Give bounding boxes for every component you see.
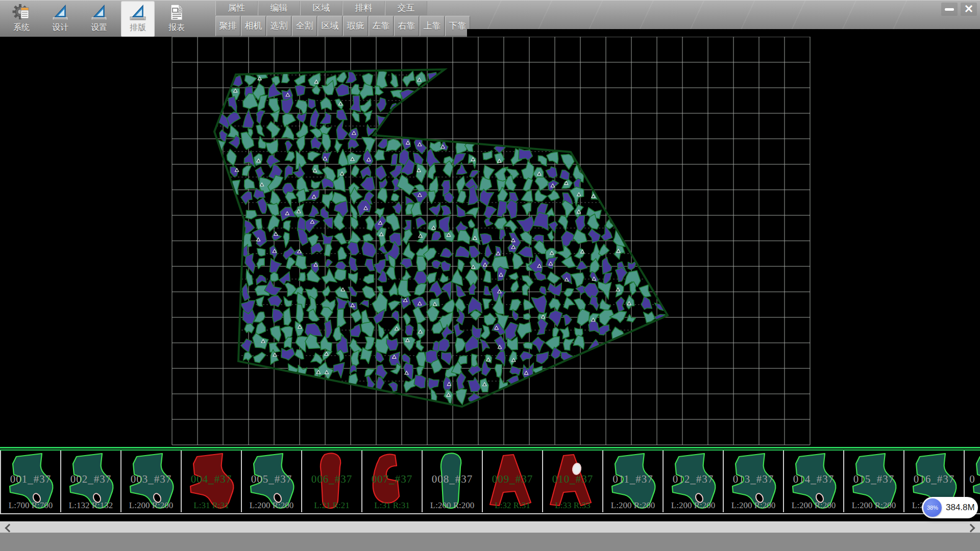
close-button[interactable]: ✕ [961, 3, 977, 16]
piece-id-label: 001_#37 [1, 473, 60, 486]
piece-lr-label: L:200 R:200 [844, 500, 903, 511]
progress-percent: 38% [927, 505, 938, 511]
piece-thumbnail-7[interactable]: 007_#37 L:31 R:31 [362, 450, 423, 512]
menu-item-4[interactable]: 排料 [342, 1, 385, 15]
menu-bar: 属性编辑区域排料交互 [215, 1, 427, 15]
piece-id-label: 003_#37 [121, 473, 181, 486]
strip-divider-line [0, 447, 980, 448]
nav-tab-1[interactable]: 系统 [5, 1, 38, 37]
nav-tab-label: 排版 [130, 22, 146, 33]
piece-id-label: 016_#37 [904, 473, 964, 486]
nested-pieces [216, 69, 665, 406]
scroll-left-icon[interactable] [5, 524, 14, 533]
tool-button-9[interactable]: 上靠 [420, 16, 445, 36]
menu-item-3[interactable]: 区域 [300, 1, 342, 15]
piece-id-label: 007_#37 [362, 473, 422, 486]
piece-lr-label: L:200 R:200 [121, 500, 181, 511]
piece-lr-label: L:32 R:31 [483, 500, 542, 511]
status-pill: 38% 384.8M [922, 497, 978, 518]
piece-id-label: 011_#37 [603, 473, 663, 486]
window-controls: ✕ [941, 3, 977, 16]
piece-id-label: 004_#37 [182, 473, 241, 486]
piece-thumbnail-11[interactable]: 011_#37 L:200 R:200 [603, 450, 664, 512]
nav-tab-label: 设计 [52, 22, 68, 33]
nesting-app-window: 系统 设计 设置 排版 报表 属性编辑区域排料交互 聚排相机选割全割区域瑕疵左靠… [0, 0, 980, 551]
tool-button-3[interactable]: 选割 [266, 16, 291, 36]
piece-thumbnail-4[interactable]: 004_#37 L:31 R:31 [182, 450, 242, 512]
set-square-icon [129, 3, 147, 21]
nav-tab-4[interactable]: 排版 [121, 1, 155, 37]
pieces-strip: 001_#37 L:700 R:700 002_#37 L:132 R:132 … [0, 447, 980, 514]
scroll-right-icon[interactable] [967, 524, 975, 533]
piece-thumbnail-9[interactable]: 009_#37 L:32 R:31 [483, 450, 543, 512]
piece-thumbnail-5[interactable]: 005_#37 L:200 R:200 [242, 450, 302, 512]
piece-lr-label: L:200 R:200 [784, 500, 843, 511]
nav-tab-label: 系统 [13, 22, 30, 33]
nav-tab-3[interactable]: 设置 [82, 1, 116, 37]
piece-thumbnail-3[interactable]: 003_#37 L:200 R:200 [121, 450, 182, 512]
tool-button-2[interactable]: 相机 [241, 16, 266, 36]
piece-lr-label: L:200 R:200 [724, 500, 783, 511]
report-icon [167, 3, 186, 21]
piece-lr-label: L:31 R:31 [362, 500, 422, 511]
tool-button-7[interactable]: 左靠 [369, 16, 394, 36]
piece-thumbnail-13[interactable]: 013_#37 L:200 R:200 [724, 450, 784, 512]
tool-button-1[interactable]: 聚排 [215, 16, 240, 36]
piece-id-label: 014_#37 [784, 473, 843, 486]
piece-thumbnail-12[interactable]: 012_#37 L:200 R:200 [664, 450, 724, 512]
piece-thumbnail-14[interactable]: 014_#37 L:200 R:200 [784, 450, 844, 512]
piece-id-label: 008_#37 [423, 473, 482, 486]
memory-value: 384.8M [946, 503, 975, 513]
piece-thumbnail-2[interactable]: 002_#37 L:132 R:132 [61, 450, 121, 512]
piece-id-label: 006_#37 [302, 473, 361, 486]
nav-tab-label: 设置 [91, 22, 107, 33]
tool-button-5[interactable]: 区域 [317, 16, 342, 36]
piece-lr-label: L:31 R:31 [182, 500, 241, 511]
menu-item-1[interactable]: 属性 [215, 1, 258, 15]
piece-id-label: 005_#37 [242, 473, 301, 486]
piece-id-label: 0 [965, 473, 980, 486]
tool-button-10[interactable]: 下靠 [445, 16, 470, 36]
menu-item-5[interactable]: 交互 [385, 1, 427, 15]
nav-tabs: 系统 设计 设置 排版 报表 [2, 1, 196, 37]
piece-id-label: 009_#37 [483, 473, 542, 486]
piece-thumbnail-10[interactable]: 010_#37 L:33 R:33 [543, 450, 603, 512]
menu-item-2[interactable]: 编辑 [258, 1, 300, 15]
piece-lr-label: L:200 R:200 [423, 500, 482, 511]
set-square-icon [51, 3, 69, 21]
tool-button-6[interactable]: 瑕疵 [343, 16, 368, 36]
piece-lr-label: L:200 R:200 [664, 500, 723, 511]
nav-tab-5[interactable]: 报表 [160, 1, 193, 37]
progress-badge: 38% [923, 498, 942, 517]
piece-lr-label: L:21 R:21 [302, 500, 361, 511]
tool-button-4[interactable]: 全割 [292, 16, 317, 36]
piece-id-label: 002_#37 [61, 473, 120, 486]
piece-id-label: 015_#37 [844, 473, 903, 486]
tool-button-8[interactable]: 右靠 [394, 16, 419, 36]
piece-id-label: 012_#37 [664, 473, 723, 486]
nav-tab-label: 报表 [168, 22, 185, 33]
piece-thumbnail-8[interactable]: 008_#37 L:200 R:200 [423, 450, 483, 512]
piece-id-label: 010_#37 [543, 473, 602, 486]
piece-lr-label: L:700 R:700 [1, 500, 60, 511]
piece-thumbnail-1[interactable]: 001_#37 L:700 R:700 [1, 450, 61, 512]
minimize-button[interactable] [941, 3, 958, 16]
toolbar-texture [475, 1, 944, 30]
toolbar-black-cut [467, 29, 980, 37]
close-icon: ✕ [964, 3, 973, 16]
nav-tab-2[interactable]: 设计 [43, 1, 77, 37]
piece-id-label: 013_#37 [724, 473, 783, 486]
minimize-icon [945, 8, 954, 11]
piece-thumbnail-list: 001_#37 L:700 R:700 002_#37 L:132 R:132 … [0, 450, 980, 514]
horizontal-scrollbar[interactable] [0, 521, 980, 533]
piece-lr-label: L:132 R:132 [61, 500, 120, 511]
set-square-icon [90, 3, 108, 21]
window-bottom-bar [0, 533, 980, 551]
gear-icon [12, 3, 31, 21]
nesting-canvas[interactable] [0, 37, 980, 448]
piece-thumbnail-6[interactable]: 006_#37 L:21 R:21 [302, 450, 362, 512]
piece-lr-label: L:200 R:200 [603, 500, 663, 511]
piece-lr-label: L:200 R:200 [242, 500, 301, 511]
piece-thumbnail-15[interactable]: 015_#37 L:200 R:200 [844, 450, 904, 512]
piece-lr-label: L:33 R:33 [543, 500, 602, 511]
